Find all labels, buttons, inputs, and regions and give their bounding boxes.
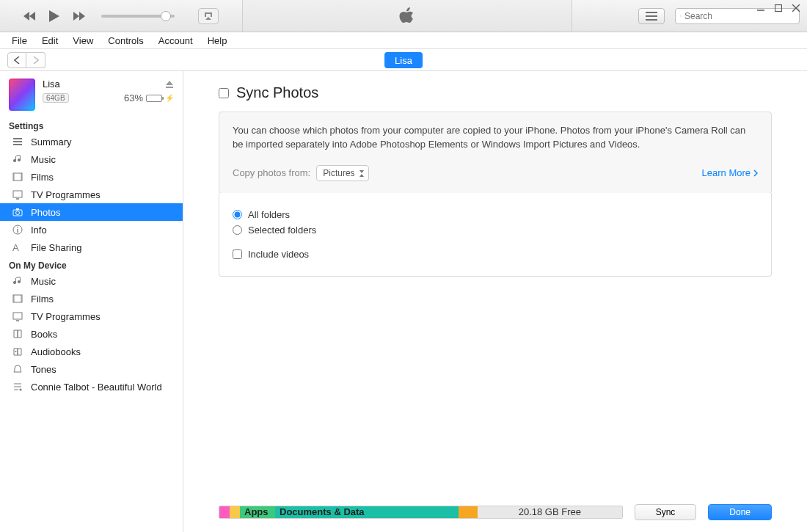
svg-rect-8 xyxy=(13,141,22,142)
svg-rect-24 xyxy=(21,295,22,302)
sidebar-item-label: Music xyxy=(31,276,56,287)
menu-help[interactable]: Help xyxy=(202,34,233,48)
sidebar-item-d-tv[interactable]: TV Programmes xyxy=(0,307,183,325)
storage-seg-apps: Apps xyxy=(240,506,275,518)
svg-rect-25 xyxy=(13,313,22,319)
storage-bar[interactable]: Apps Documents & Data 20.18 GB Free xyxy=(219,506,623,519)
sidebar-item-label: Films xyxy=(31,294,54,305)
sidebar-item-d-music[interactable]: Music xyxy=(0,272,183,290)
nav-forward-button[interactable] xyxy=(26,52,45,68)
opt-videos-label: Include videos xyxy=(248,249,309,260)
menu-file[interactable]: File xyxy=(6,34,33,48)
checkbox-include-videos[interactable] xyxy=(233,249,242,259)
sidebar-item-label: Tones xyxy=(31,364,56,375)
svg-rect-7 xyxy=(13,138,22,139)
svg-rect-20 xyxy=(17,227,18,227)
storage-seg-system xyxy=(459,506,478,518)
menu-account[interactable]: Account xyxy=(153,34,199,48)
sidebar-item-label: Photos xyxy=(31,207,60,218)
apps-icon: A xyxy=(12,241,23,253)
sync-description: You can choose which photos from your co… xyxy=(233,124,758,152)
storage-seg-free: 20.18 GB Free xyxy=(478,506,622,518)
prev-track-button[interactable] xyxy=(22,9,37,23)
footer: Apps Documents & Data 20.18 GB Free Sync… xyxy=(183,491,807,532)
sidebar-item-photos[interactable]: Photos xyxy=(0,203,183,221)
capacity-badge: 64GB xyxy=(43,93,69,103)
menu-edit[interactable]: Edit xyxy=(36,34,64,48)
svg-rect-23 xyxy=(13,295,15,302)
sidebar-item-tv[interactable]: TV Programmes xyxy=(0,186,183,203)
sidebar-item-d-audiobooks[interactable]: Audiobooks xyxy=(0,343,183,360)
window-maximize-button[interactable] xyxy=(773,3,784,13)
tv-icon xyxy=(12,310,23,322)
playlist-icon xyxy=(12,381,23,393)
sidebar-item-d-playlist[interactable]: Connie Talbot - Beautiful World xyxy=(0,378,183,396)
airplay-button[interactable] xyxy=(198,8,219,24)
sync-photos-checkbox[interactable] xyxy=(219,88,229,98)
svg-rect-19 xyxy=(17,229,18,233)
device-tab[interactable]: Lisa xyxy=(384,52,423,68)
sidebar-item-d-tones[interactable]: Tones xyxy=(0,360,183,378)
play-button[interactable] xyxy=(47,9,62,23)
svg-point-16 xyxy=(16,211,20,215)
sidebar-item-music[interactable]: Music xyxy=(0,150,183,168)
sidebar-item-label: Connie Talbot - Beautiful World xyxy=(31,382,162,393)
sidebar-item-label: Music xyxy=(31,154,56,165)
opt-selected-row[interactable]: Selected folders xyxy=(233,225,758,236)
svg-text:A: A xyxy=(12,242,19,252)
bell-icon xyxy=(12,363,23,375)
opt-videos-row[interactable]: Include videos xyxy=(233,249,758,260)
sidebar-item-label: TV Programmes xyxy=(31,189,101,200)
apple-logo-icon xyxy=(399,7,415,26)
next-track-button[interactable] xyxy=(72,9,87,23)
battery-icon xyxy=(146,95,162,102)
book-icon xyxy=(12,328,23,340)
menu-controls[interactable]: Controls xyxy=(102,34,149,48)
summary-icon xyxy=(12,136,23,147)
nav-row: Lisa xyxy=(0,49,807,71)
radio-all-folders[interactable] xyxy=(233,210,242,219)
storage-seg-other xyxy=(219,506,230,518)
sidebar-item-label: Audiobooks xyxy=(31,346,81,357)
copy-from-label: Copy photos from: xyxy=(233,167,310,178)
sidebar-item-d-books[interactable]: Books xyxy=(0,325,183,343)
eject-button[interactable] xyxy=(165,80,174,89)
player-bar xyxy=(0,0,807,32)
volume-slider[interactable] xyxy=(101,15,175,18)
svg-rect-6 xyxy=(166,87,173,88)
music-icon xyxy=(12,275,23,287)
sidebar-item-summary[interactable]: Summary xyxy=(0,133,183,150)
sidebar-item-filesharing[interactable]: A File Sharing xyxy=(0,238,183,256)
sidebar-item-label: Films xyxy=(31,172,54,183)
opt-all-row[interactable]: All folders xyxy=(233,209,758,220)
sidebar-item-label: Books xyxy=(31,329,57,340)
volume-thumb[interactable] xyxy=(161,11,171,21)
radio-selected-folders[interactable] xyxy=(233,225,242,235)
sidebar-item-d-films[interactable]: Films xyxy=(0,290,183,307)
learn-more-link[interactable]: Learn More xyxy=(702,167,758,178)
nav-back-button[interactable] xyxy=(7,52,26,68)
sidebar-item-info[interactable]: Info xyxy=(0,221,183,238)
sync-panel: You can choose which photos from your co… xyxy=(219,112,772,194)
svg-rect-9 xyxy=(13,144,22,145)
svg-rect-13 xyxy=(13,191,22,197)
view-list-button[interactable] xyxy=(638,8,665,24)
copy-from-dropdown[interactable]: Pictures xyxy=(316,165,368,181)
sidebar-item-films[interactable]: Films xyxy=(0,168,183,186)
info-icon xyxy=(12,224,23,236)
audiobook-icon xyxy=(12,346,23,357)
device-header: Lisa 64GB 63% ⚡ xyxy=(0,71,183,117)
done-button[interactable]: Done xyxy=(708,504,772,520)
menu-view[interactable]: View xyxy=(67,34,99,48)
sync-photos-title: Sync Photos xyxy=(236,84,318,101)
window-minimize-button[interactable] xyxy=(756,3,766,13)
search-icon xyxy=(680,12,682,21)
chevron-right-icon xyxy=(753,170,758,177)
sidebar-item-label: File Sharing xyxy=(31,242,81,253)
battery-percent: 63% xyxy=(124,92,143,103)
sidebar-item-label: Summary xyxy=(31,136,72,147)
sync-button[interactable]: Sync xyxy=(635,504,697,520)
sidebar-item-label: Info xyxy=(31,225,47,236)
window-close-button[interactable] xyxy=(791,3,801,13)
opt-all-label: All folders xyxy=(248,209,290,220)
